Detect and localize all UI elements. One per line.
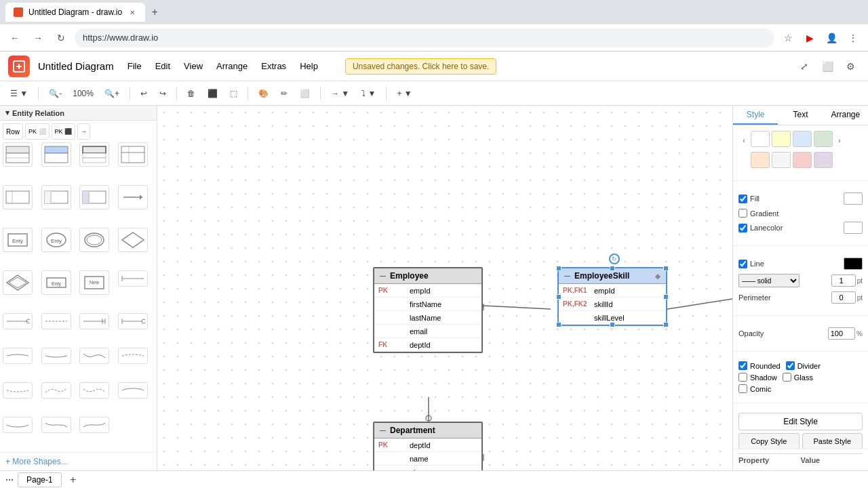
menu-arrange[interactable]: Arrange [211,58,253,74]
row-shape-label[interactable]: Row [3,123,23,140]
settings-btn[interactable]: ⚙ [841,57,860,76]
shape-table-3[interactable] [79,142,109,167]
tab-text[interactable]: Text [778,106,823,125]
active-tab[interactable]: Untitled Diagram - draw.io ✕ [5,3,145,22]
swatch-gray[interactable] [772,152,791,168]
edit-style-btn[interactable]: Edit Style [738,413,863,430]
perimeter-input[interactable] [831,291,856,304]
tab-arrange[interactable]: Arrange [823,106,868,125]
shape-circle-entity[interactable]: Enty [41,228,71,252]
shape-rect-label[interactable]: Enty [3,228,33,252]
zoom-in-btn[interactable]: 🔍+ [100,85,124,102]
connector-10[interactable] [3,382,33,399]
swatch-white[interactable] [751,131,770,147]
menu-edit[interactable]: Edit [150,58,176,74]
connector-16[interactable] [79,417,109,433]
page-1-tab[interactable]: Page-1 [18,472,62,487]
menu-file[interactable]: File [122,58,147,74]
line-label[interactable]: Line [738,260,764,268]
arrow-shape[interactable]: → [77,123,90,140]
new-tab-btn[interactable]: + [145,3,164,22]
copy-style-btn[interactable]: Copy Style [738,433,800,449]
connector-3[interactable] [41,313,71,329]
tab-style[interactable]: Style [733,106,778,125]
shape-table-4[interactable] [118,142,148,167]
youtube-btn[interactable]: ▶ [800,28,819,47]
menu-extras[interactable]: Extras [256,58,292,74]
shape-diamond-1[interactable] [118,228,148,252]
refresh-btn[interactable]: ↻ [52,28,71,47]
insert-btn[interactable]: + ▼ [392,85,416,102]
swatch-green[interactable] [814,131,833,147]
shape-entity-rect[interactable]: Enty [41,270,71,295]
shadow-label[interactable]: Shadow [738,373,777,382]
entity-relation-section[interactable]: ▾ Entity Relation [0,106,157,121]
department-table[interactable]: — Department PK deptId name phone [373,422,483,470]
menu-help[interactable]: Help [294,58,323,74]
back-btn[interactable]: ← [5,28,24,47]
swatch-blue[interactable] [793,131,812,147]
handle-br[interactable] [663,322,669,327]
undo-btn[interactable]: ↩ [136,85,152,102]
handle-tr[interactable] [663,266,669,271]
zoom-display[interactable]: 100% [68,85,98,102]
comic-checkbox[interactable] [738,384,747,393]
fill-btn[interactable]: 🎨 [254,85,273,102]
canvas-area[interactable]: — Employee PK empId firstName lastName [157,106,732,470]
line-checkbox[interactable] [738,260,747,268]
connector-4[interactable] [79,313,109,329]
handle-mr[interactable] [663,294,669,300]
to-front-btn[interactable]: ⬛ [203,85,222,102]
handle-bm[interactable] [610,322,615,327]
fill-checkbox[interactable] [738,195,747,203]
lanecolor-box[interactable] [844,222,863,234]
panel-toggle-btn[interactable]: ☰ ▼ [5,85,33,102]
shape-row-pk[interactable] [41,185,71,209]
more-options-btn[interactable]: ⋯ [5,475,14,485]
divider-label[interactable]: Divider [786,361,821,370]
swatch-red[interactable] [793,152,812,168]
gradient-checkbox[interactable] [738,209,747,218]
handle-bl[interactable] [556,322,561,327]
shadow-checkbox[interactable] [738,373,747,382]
shape-row-label[interactable] [3,185,33,209]
shape-diamond-2[interactable] [3,270,33,295]
pk2-shape[interactable]: PK ⬛ [52,123,76,140]
connector-9[interactable] [118,348,148,364]
tab-close-btn[interactable]: ✕ [127,7,137,17]
fill-label[interactable]: Fill [738,195,760,203]
add-page-btn[interactable]: + [66,472,81,487]
lanecolor-label[interactable]: Lanecolor [738,224,783,232]
lanecolor-checkbox[interactable] [738,224,747,232]
swatch-yellow[interactable] [772,131,791,147]
line-width-input[interactable] [831,274,856,287]
shape-table-1[interactable] [3,142,33,167]
handle-ml[interactable] [556,294,561,300]
shape-circle-weak[interactable] [79,228,109,252]
connector-8[interactable] [79,348,109,364]
connector-5[interactable] [118,313,148,329]
swatch-purple[interactable] [814,152,833,168]
bookmark-btn[interactable]: ☆ [778,28,797,47]
color-nav-right[interactable]: › [834,135,845,146]
redo-btn[interactable]: ↪ [155,85,171,102]
rounded-checkbox[interactable] [738,361,747,370]
employeeskill-table[interactable]: — EmployeeSkill ◆ PK,FK1 empId PK,FK2 sk… [557,267,667,326]
color-nav-left[interactable]: ‹ [738,135,749,146]
address-bar[interactable]: https://www.draw.io [75,28,774,47]
delete-btn[interactable]: 🗑 [182,85,200,102]
line-color-box[interactable] [844,258,863,270]
connector-1[interactable] [118,270,148,287]
profile-btn[interactable]: 👤 [822,28,841,47]
waypoint-btn[interactable]: ⤵ ▼ [357,85,380,102]
glass-label[interactable]: Glass [783,373,813,382]
connector-6[interactable] [3,348,33,364]
forward-btn[interactable]: → [28,28,47,47]
line-color-btn[interactable]: ✏ [276,85,292,102]
menu-view[interactable]: View [178,58,208,74]
add-shapes-btn[interactable]: + More Shapes... [0,452,157,470]
employee-table[interactable]: — Employee PK empId firstName lastName [373,267,483,353]
window-btn[interactable]: ⬜ [818,57,837,76]
gradient-label[interactable]: Gradient [738,209,778,218]
shape-row-pk2[interactable] [79,185,109,209]
